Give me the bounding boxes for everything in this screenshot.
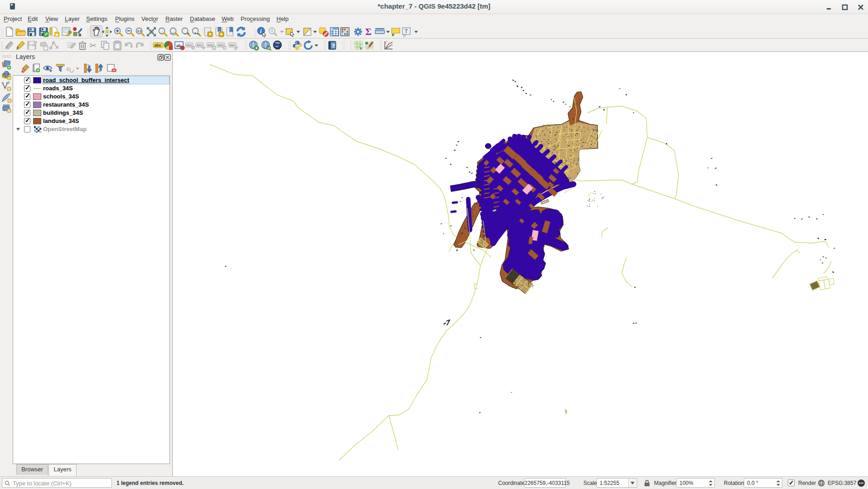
svg-text:i: i [260,28,262,34]
svg-text:ε: ε [67,65,69,72]
svg-text:?: ? [332,43,335,49]
svg-text:✂: ✂ [89,41,97,50]
svg-text:a: a [78,32,82,37]
svg-text:abc: abc [218,43,224,47]
svg-text:abc: abc [229,43,235,47]
svg-text:1:1: 1:1 [137,29,141,33]
svg-text:abc: abc [186,43,192,47]
svg-text:T: T [405,28,408,34]
svg-text:Σ: Σ [365,26,372,37]
svg-text:abc: abc [197,43,203,47]
svg-text:abc: abc [155,43,161,48]
